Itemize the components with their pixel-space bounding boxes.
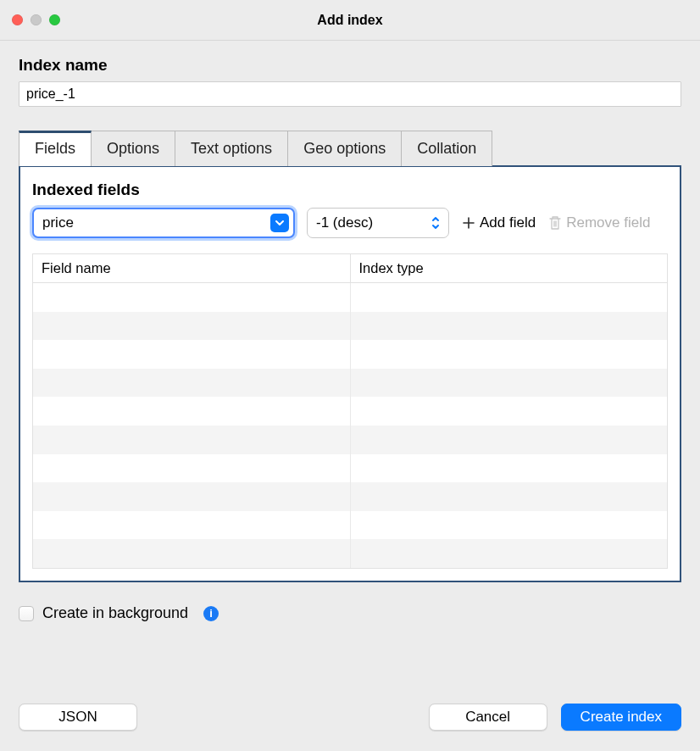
window-title: Add index bbox=[0, 13, 700, 28]
index-type-dropdown-button[interactable] bbox=[427, 213, 444, 233]
table-row bbox=[33, 283, 667, 312]
table-row bbox=[33, 340, 667, 369]
trash-icon bbox=[547, 215, 563, 231]
button-bar: JSON Cancel Create index bbox=[19, 704, 681, 731]
titlebar: Add index bbox=[0, 0, 700, 41]
create-index-button-label: Create index bbox=[581, 709, 662, 726]
tab-geo-options[interactable]: Geo options bbox=[287, 131, 402, 166]
tab-collation[interactable]: Collation bbox=[401, 131, 492, 166]
cancel-button-label: Cancel bbox=[465, 709, 510, 726]
table-row bbox=[33, 397, 667, 426]
table-row bbox=[33, 312, 667, 341]
index-type-value: -1 (desc) bbox=[308, 214, 403, 231]
table-row bbox=[33, 511, 667, 540]
updown-chevron-icon bbox=[431, 215, 441, 231]
indexed-fields-table: Field name Index type bbox=[32, 253, 668, 569]
remove-field-button: Remove field bbox=[547, 214, 650, 231]
tab-text-options[interactable]: Text options bbox=[175, 131, 288, 166]
column-index-type[interactable]: Index type bbox=[351, 254, 668, 282]
field-name-input[interactable] bbox=[34, 209, 293, 236]
create-index-button[interactable]: Create index bbox=[561, 704, 681, 731]
table-body bbox=[33, 283, 667, 568]
remove-field-label: Remove field bbox=[566, 214, 650, 231]
json-button-label: JSON bbox=[58, 709, 97, 726]
table-row bbox=[33, 539, 667, 568]
json-button[interactable]: JSON bbox=[19, 704, 137, 731]
create-in-background-checkbox[interactable] bbox=[19, 606, 34, 621]
cancel-button[interactable]: Cancel bbox=[429, 704, 547, 731]
create-in-background-label: Create in background bbox=[42, 604, 188, 622]
index-name-input[interactable] bbox=[19, 81, 681, 107]
add-field-label: Add field bbox=[480, 214, 536, 231]
field-name-dropdown-button[interactable] bbox=[270, 214, 289, 232]
chevron-down-icon bbox=[275, 219, 285, 227]
tab-fields[interactable]: Fields bbox=[19, 131, 92, 166]
index-name-label: Index name bbox=[19, 56, 681, 75]
add-field-button[interactable]: Add field bbox=[461, 214, 536, 231]
table-row bbox=[33, 482, 667, 511]
indexed-fields-heading: Indexed fields bbox=[32, 181, 668, 199]
table-row bbox=[33, 426, 667, 454]
field-name-combobox[interactable] bbox=[32, 208, 295, 238]
column-field-name[interactable]: Field name bbox=[33, 254, 351, 282]
tab-options[interactable]: Options bbox=[91, 131, 175, 166]
table-header: Field name Index type bbox=[33, 254, 667, 283]
plus-icon bbox=[461, 215, 476, 231]
info-icon[interactable]: i bbox=[203, 606, 219, 621]
table-row bbox=[33, 369, 667, 398]
tabs: Fields Options Text options Geo options … bbox=[19, 131, 681, 166]
table-row bbox=[33, 454, 667, 483]
tab-panel-fields: Indexed fields -1 (desc) bbox=[19, 165, 681, 582]
index-type-combobox[interactable]: -1 (desc) bbox=[307, 208, 449, 238]
